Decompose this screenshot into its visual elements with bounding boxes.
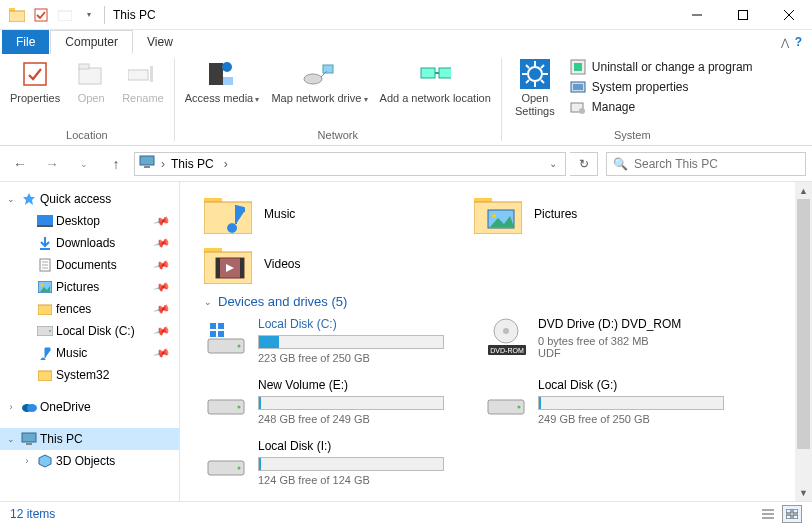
devices-header[interactable]: ⌄ Devices and drives (5) bbox=[204, 294, 812, 309]
onedrive-icon bbox=[20, 398, 38, 416]
refresh-button[interactable]: ↻ bbox=[570, 152, 598, 176]
tree-fences[interactable]: fences📌 bbox=[0, 298, 179, 320]
drive-e[interactable]: New Volume (E:) 248 GB free of 249 GB bbox=[204, 378, 444, 425]
help-icon[interactable]: ? bbox=[795, 35, 802, 49]
address-dropdown-icon[interactable]: ⌄ bbox=[549, 158, 557, 169]
maximize-button[interactable] bbox=[720, 0, 766, 30]
svg-rect-41 bbox=[37, 215, 53, 225]
access-media-label: Access media bbox=[185, 92, 260, 106]
search-box[interactable]: 🔍 bbox=[606, 152, 806, 176]
drive-i[interactable]: Local Disk (I:) 124 GB free of 124 GB bbox=[204, 439, 444, 486]
address-bar[interactable]: This PC ⌄ bbox=[134, 152, 566, 176]
svg-point-16 bbox=[304, 74, 322, 84]
svg-point-53 bbox=[49, 330, 51, 332]
ribbon: Properties Open Rename Location Access m… bbox=[0, 54, 812, 146]
pc-icon bbox=[20, 430, 38, 448]
details-view-icon[interactable] bbox=[758, 505, 778, 523]
music-folder-icon bbox=[204, 194, 252, 234]
new-folder-qat-icon[interactable] bbox=[54, 4, 76, 26]
group-location: Properties Open Rename Location bbox=[0, 54, 174, 145]
folder-icon bbox=[36, 300, 54, 318]
drive-g[interactable]: Local Disk (G:) 249 GB free of 250 GB bbox=[484, 378, 724, 425]
svg-rect-35 bbox=[573, 84, 583, 90]
open-button[interactable]: Open bbox=[68, 56, 114, 105]
tree-documents[interactable]: Documents📌 bbox=[0, 254, 179, 276]
tree-onedrive[interactable]: ›OneDrive bbox=[0, 396, 179, 418]
svg-rect-12 bbox=[150, 66, 153, 82]
music-icon bbox=[36, 344, 54, 362]
scroll-down-icon[interactable]: ▼ bbox=[795, 484, 812, 501]
access-media-button[interactable]: Access media bbox=[181, 56, 264, 106]
3d-objects-icon bbox=[36, 452, 54, 470]
search-input[interactable] bbox=[634, 157, 799, 171]
large-icons-view-icon[interactable] bbox=[782, 505, 802, 523]
recent-dropdown[interactable]: ⌄ bbox=[70, 150, 98, 178]
svg-point-14 bbox=[222, 62, 232, 72]
tab-file[interactable]: File bbox=[2, 30, 49, 54]
pin-icon: 📌 bbox=[153, 256, 172, 274]
properties-button[interactable]: Properties bbox=[6, 56, 64, 105]
tree-quick-access[interactable]: ⌄ Quick access bbox=[0, 188, 179, 210]
close-button[interactable] bbox=[766, 0, 812, 30]
svg-rect-17 bbox=[323, 65, 333, 73]
tab-view[interactable]: View bbox=[133, 30, 187, 54]
qat-dropdown-icon[interactable]: ▾ bbox=[78, 4, 100, 26]
pin-icon: 📌 bbox=[153, 278, 172, 296]
svg-text:DVD-ROM: DVD-ROM bbox=[490, 347, 524, 354]
tree-pictures[interactable]: Pictures📌 bbox=[0, 276, 179, 298]
tree-desktop[interactable]: Desktop📌 bbox=[0, 210, 179, 232]
svg-marker-40 bbox=[23, 193, 35, 205]
hdd-icon bbox=[204, 439, 248, 479]
tree-this-pc[interactable]: ⌄This PC bbox=[0, 428, 179, 450]
pictures-icon bbox=[36, 278, 54, 296]
drive-icon bbox=[36, 322, 54, 340]
svg-point-88 bbox=[238, 467, 241, 470]
breadcrumb[interactable]: This PC bbox=[171, 157, 230, 171]
drive-d-dvd[interactable]: DVD-ROM DVD Drive (D:) DVD_ROM 0 bytes f… bbox=[484, 317, 724, 364]
folder-music[interactable]: Music bbox=[204, 194, 434, 234]
svg-rect-2 bbox=[35, 9, 47, 21]
tree-3d-objects[interactable]: ›3D Objects bbox=[0, 450, 179, 472]
up-button[interactable]: ↑ bbox=[102, 150, 130, 178]
add-location-button[interactable]: Add a network location bbox=[376, 56, 495, 105]
pin-icon: 📌 bbox=[153, 322, 172, 340]
crumb-sep[interactable] bbox=[159, 157, 167, 171]
folder-pictures[interactable]: Pictures bbox=[474, 194, 704, 234]
tree-system32[interactable]: System32 bbox=[0, 364, 179, 386]
svg-rect-11 bbox=[128, 70, 148, 80]
scrollbar[interactable]: ▲ ▼ bbox=[795, 182, 812, 501]
svg-marker-59 bbox=[39, 455, 51, 467]
map-drive-button[interactable]: Map network drive bbox=[267, 56, 371, 106]
minimize-button[interactable] bbox=[674, 0, 720, 30]
svg-rect-54 bbox=[38, 371, 52, 381]
group-network: Access media Map network drive Add a net… bbox=[175, 54, 501, 145]
open-settings-button[interactable]: Open Settings bbox=[508, 56, 562, 118]
system-properties-button[interactable]: System properties bbox=[566, 78, 757, 96]
back-button[interactable]: ← bbox=[6, 150, 34, 178]
svg-point-56 bbox=[27, 404, 37, 412]
manage-button[interactable]: Manage bbox=[566, 98, 757, 116]
svg-rect-1 bbox=[9, 11, 25, 22]
scroll-thumb[interactable] bbox=[797, 199, 810, 449]
tree-downloads[interactable]: Downloads📌 bbox=[0, 232, 179, 254]
svg-rect-78 bbox=[218, 331, 224, 337]
titlebar: ▾ This PC bbox=[0, 0, 812, 30]
svg-rect-58 bbox=[26, 443, 32, 445]
properties-qat-icon[interactable] bbox=[30, 4, 52, 26]
tree-music[interactable]: Music📌 bbox=[0, 342, 179, 364]
folder-videos[interactable]: Videos bbox=[204, 244, 434, 284]
open-label: Open bbox=[78, 92, 105, 105]
group-system-label: System bbox=[614, 129, 651, 143]
tab-computer[interactable]: Computer bbox=[50, 30, 133, 54]
ribbon-collapse-icon[interactable]: ⋀ bbox=[781, 37, 789, 48]
svg-rect-76 bbox=[218, 323, 224, 329]
star-icon bbox=[20, 190, 38, 208]
map-drive-label: Map network drive bbox=[271, 92, 367, 106]
drive-c[interactable]: Local Disk (C:) 223 GB free of 250 GB bbox=[204, 317, 444, 364]
scroll-up-icon[interactable]: ▲ bbox=[795, 182, 812, 199]
svg-rect-77 bbox=[210, 331, 216, 337]
rename-button[interactable]: Rename bbox=[118, 56, 168, 105]
forward-button[interactable]: → bbox=[38, 150, 66, 178]
uninstall-button[interactable]: Uninstall or change a program bbox=[566, 58, 757, 76]
tree-local-disk-c[interactable]: Local Disk (C:)📌 bbox=[0, 320, 179, 342]
